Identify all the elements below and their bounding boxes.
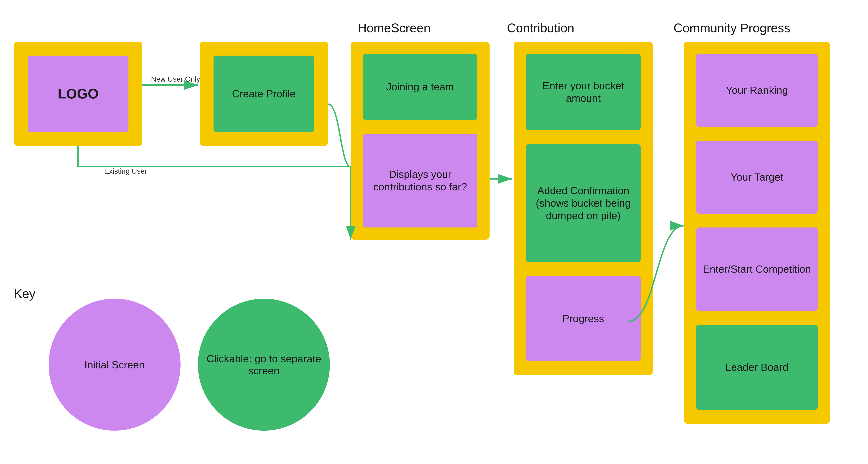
homescreen-label: HomeScreen xyxy=(358,21,431,35)
displays-contributions-box[interactable]: Displays your contributions so far? xyxy=(363,134,477,227)
logo-text: LOGO xyxy=(58,86,99,102)
your-target-box[interactable]: Your Target xyxy=(696,141,818,214)
homescreen-card: Joining a team Displays your contributio… xyxy=(351,42,490,240)
your-ranking-text: Your Ranking xyxy=(726,84,788,97)
joining-team-box[interactable]: Joining a team xyxy=(363,54,477,120)
your-ranking-box[interactable]: Your Ranking xyxy=(696,54,818,127)
leader-board-text: Leader Board xyxy=(725,361,788,374)
enter-start-competition-text: Enter/Start Competition xyxy=(703,263,811,275)
clickable-text: Clickable: go to separate screen xyxy=(198,353,330,377)
logo-box: LOGO xyxy=(28,56,128,132)
leader-board-box[interactable]: Leader Board xyxy=(696,325,818,410)
enter-start-competition-box[interactable]: Enter/Start Competition xyxy=(696,227,818,311)
community-progress-card: Your Ranking Your Target Enter/Start Com… xyxy=(684,42,830,424)
progress-box[interactable]: Progress xyxy=(526,276,641,361)
key-label: Key xyxy=(14,286,35,301)
added-confirmation-box[interactable]: Added Confirmation (shows bucket being d… xyxy=(526,144,641,262)
contribution-card: Enter your bucket amount Added Confirmat… xyxy=(514,42,653,375)
initial-screen-text: Initial Screen xyxy=(85,359,145,371)
progress-text: Progress xyxy=(562,312,604,325)
your-target-text: Your Target xyxy=(731,171,783,183)
create-profile-text: Create Profile xyxy=(232,88,296,100)
enter-bucket-box[interactable]: Enter your bucket amount xyxy=(526,54,641,130)
joining-team-text: Joining a team xyxy=(386,81,454,93)
create-profile-box: Create Profile xyxy=(214,56,314,132)
logo-card: LOGO xyxy=(14,42,142,146)
diagram-container: HomeScreen Contribution Community Progre… xyxy=(0,0,868,464)
initial-screen-circle: Initial Screen xyxy=(49,299,181,431)
added-confirmation-text: Added Confirmation (shows bucket being d… xyxy=(526,184,641,222)
community-progress-label: Community Progress xyxy=(674,21,790,35)
contribution-label: Contribution xyxy=(507,21,574,35)
displays-contributions-text: Displays your contributions so far? xyxy=(363,168,477,193)
svg-text:New User Only: New User Only xyxy=(151,75,200,83)
create-profile-card: Create Profile xyxy=(199,42,328,146)
svg-text:Existing User: Existing User xyxy=(104,167,147,175)
clickable-circle: Clickable: go to separate screen xyxy=(198,299,330,431)
enter-bucket-text: Enter your bucket amount xyxy=(526,80,641,104)
